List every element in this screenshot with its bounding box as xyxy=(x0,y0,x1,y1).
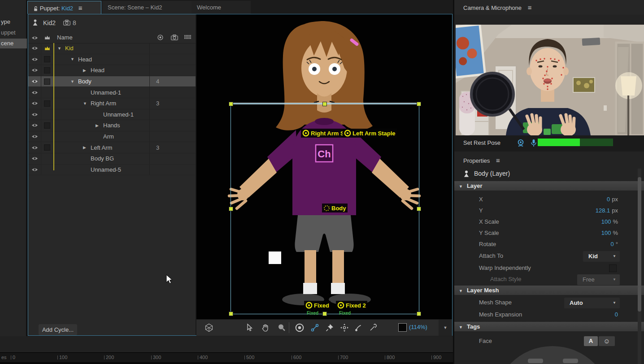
expander[interactable]: ▼ xyxy=(70,57,78,61)
selection-handle-n[interactable] xyxy=(322,102,327,106)
mouse-cursor xyxy=(166,274,173,284)
prop-unit: % xyxy=(613,230,618,236)
handle-tool-icon[interactable] xyxy=(354,323,363,332)
selection-handle-nw[interactable] xyxy=(229,102,233,106)
selection-handle-w[interactable] xyxy=(229,207,233,211)
set-rest-pose-button[interactable]: Set Rest Pose xyxy=(463,139,500,146)
prop-value[interactable]: 0 xyxy=(611,241,614,247)
zoom-dropdown[interactable]: ▼ xyxy=(439,320,452,336)
mesh-shape-dropdown[interactable]: Auto▼ xyxy=(564,298,620,308)
prop-value[interactable]: 0 xyxy=(607,196,610,203)
eye-icon[interactable] xyxy=(28,87,41,98)
tag-box[interactable] xyxy=(41,98,53,109)
tag-box[interactable] xyxy=(41,120,53,131)
eye-icon[interactable] xyxy=(28,153,41,164)
body-handle[interactable]: Body xyxy=(322,204,348,212)
select-tool-icon[interactable] xyxy=(245,323,254,332)
zoom-tool-icon[interactable] xyxy=(277,323,286,332)
add-cycle-button[interactable]: Add Cycle... xyxy=(39,324,77,335)
tab-puppet[interactable]: Puppet: Kid2 ≡ xyxy=(27,1,101,14)
face-text-tag-button[interactable]: A xyxy=(584,336,598,346)
prop-unit: ° xyxy=(616,241,618,247)
camera-column-icon[interactable] xyxy=(171,35,178,40)
mic-input-icon[interactable] xyxy=(531,139,537,147)
hand-tool-icon[interactable] xyxy=(261,323,270,332)
tag-box[interactable] xyxy=(41,76,53,87)
puppet-icon xyxy=(463,170,470,178)
selection-handle-sw[interactable] xyxy=(229,312,233,316)
section-layer-mesh[interactable]: ▼Layer Mesh xyxy=(454,286,644,295)
eye-icon[interactable] xyxy=(28,120,41,131)
tree-column-header: Name xyxy=(28,32,196,43)
eye-icon[interactable] xyxy=(28,98,41,109)
warp-independently-checkbox[interactable] xyxy=(609,264,617,272)
camera-mic-menu-icon[interactable]: ≡ xyxy=(528,4,532,11)
attach-tool-icon[interactable] xyxy=(369,323,378,332)
selection-handle-ne[interactable] xyxy=(417,102,421,106)
show-mesh-icon[interactable] xyxy=(205,323,213,332)
section-tags[interactable]: ▼Tags xyxy=(454,322,644,331)
eye-icon[interactable] xyxy=(28,131,41,142)
rail-item-scene[interactable]: cene xyxy=(0,39,27,48)
properties-scrollbar-thumb[interactable] xyxy=(638,177,641,312)
zoom-level[interactable]: (114%) xyxy=(409,324,427,330)
camera-input-icon[interactable] xyxy=(517,139,525,147)
origin-tool-icon[interactable] xyxy=(295,323,304,332)
snapshot-camera-icon[interactable] xyxy=(63,20,70,26)
fixed-handle-2[interactable]: Fixed 2 xyxy=(336,301,367,310)
expander[interactable]: ▶ xyxy=(83,68,91,73)
eye-icon[interactable] xyxy=(28,76,41,87)
expander[interactable]: ▼ xyxy=(83,101,91,106)
mesh-column-icon[interactable] xyxy=(184,35,191,40)
snapshot-count: 8 xyxy=(73,19,76,26)
puppet-canvas[interactable]: Ch xyxy=(196,14,452,319)
expander[interactable]: ▶ xyxy=(83,145,91,150)
rail-item-puppet[interactable]: uppet xyxy=(0,28,27,38)
attach-style-dropdown[interactable]: Free▼ xyxy=(577,274,620,285)
prop-value[interactable]: 100 xyxy=(601,218,611,225)
toolbar-divider xyxy=(289,322,289,333)
eye-icon[interactable] xyxy=(28,109,41,120)
dragger-tool-icon[interactable] xyxy=(340,323,349,332)
visibility-column-eye-icon[interactable] xyxy=(31,35,38,40)
selection-handle-e[interactable] xyxy=(417,207,421,211)
expander[interactable]: ▼ xyxy=(70,79,78,84)
puppet-icon xyxy=(32,19,38,26)
section-layer[interactable]: ▼Layer xyxy=(454,181,644,191)
eye-icon[interactable] xyxy=(28,54,41,65)
right-arm-staple[interactable]: Right Arm S xyxy=(301,129,346,138)
tag-box[interactable] xyxy=(41,54,53,65)
audio-level-meter xyxy=(538,139,613,146)
rail-item-type[interactable]: ype xyxy=(0,17,27,27)
eye-icon[interactable] xyxy=(28,65,41,76)
face-smiley-tag-button[interactable]: ☺ xyxy=(599,336,615,346)
tab-puppet-label: Puppet: xyxy=(40,5,60,12)
properties-menu-icon[interactable]: ≡ xyxy=(496,156,500,164)
stick-tool-icon[interactable] xyxy=(310,323,319,332)
expander[interactable]: ▼ xyxy=(57,46,65,51)
left-arm-staple[interactable]: Left Arm Staple xyxy=(343,129,397,138)
attach-to-dropdown[interactable]: Kid▼ xyxy=(583,251,620,262)
prop-label: Mesh Expansion xyxy=(479,309,522,320)
prop-value[interactable]: 100 xyxy=(601,230,611,236)
prop-row-y: Y 128.1px xyxy=(454,205,644,216)
timeline-ruler[interactable]: es 0 100 200 300 400 500 600 700 800 900 xyxy=(0,352,453,363)
crown-icon[interactable] xyxy=(41,43,53,54)
record-column-icon[interactable] xyxy=(157,35,163,40)
tag-box[interactable] xyxy=(41,142,53,153)
fixed-handle-1[interactable]: Fixed xyxy=(304,301,331,310)
eye-icon[interactable] xyxy=(28,165,41,175)
tab-welcome[interactable]: Welcome xyxy=(191,1,251,14)
background-color-swatch[interactable] xyxy=(398,323,407,332)
prop-value[interactable]: 0 xyxy=(615,311,618,318)
eye-icon[interactable] xyxy=(28,142,41,153)
expander[interactable]: ▶ xyxy=(96,123,103,128)
prop-value[interactable]: 128.1 xyxy=(596,207,610,214)
timeline-strip: es 0 100 200 300 400 500 600 700 800 900 xyxy=(0,336,453,364)
selection-handle-s[interactable] xyxy=(322,312,327,316)
tag-box[interactable] xyxy=(41,65,53,76)
panel-menu-icon[interactable]: ≡ xyxy=(78,4,83,12)
eye-icon[interactable] xyxy=(28,43,41,54)
selection-handle-se[interactable] xyxy=(417,312,421,316)
pin-tool-icon[interactable] xyxy=(325,323,334,332)
